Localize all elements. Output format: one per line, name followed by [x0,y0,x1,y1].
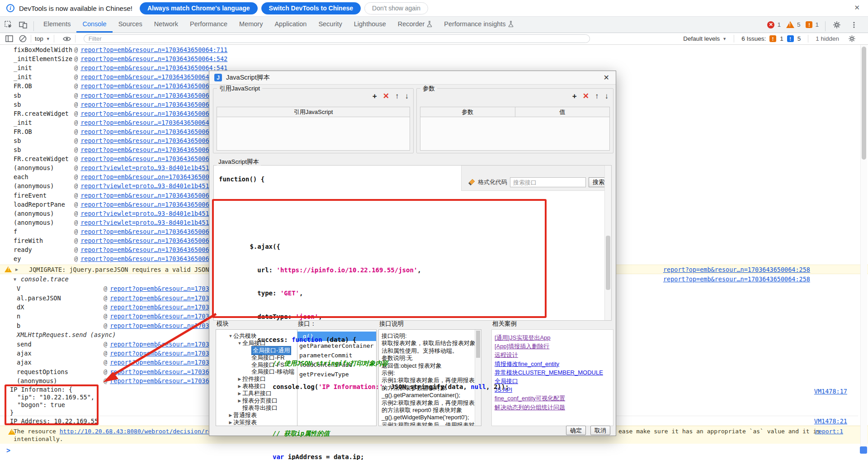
frame-function-name: b [17,322,104,329]
match-language-button[interactable]: Always match Chrome's language [140,2,258,14]
frame-source-link[interactable]: report?viewlet=proto…93-8d401e1b4517:195 [80,182,227,190]
frame-source-link[interactable]: report?op=emb&resour…n=1703643650064:520 [80,155,227,162]
infobar-close-icon[interactable]: ✕ [854,4,860,12]
cancel-button[interactable]: 取消 [590,426,610,435]
value-column-header: 值 [515,107,610,117]
frame-source-link[interactable]: report?viewlet=proto…93-8d401e1b4517:506 [80,219,227,226]
parameters-group: 参数 + ✕ ↑ ↓ 参数 值 [416,88,613,153]
devtools-tab[interactable]: Lighthouse [348,17,392,33]
devtools-tab[interactable]: Security [312,17,348,33]
devtools-tab[interactable]: Sources [113,17,148,33]
frame-source-link[interactable]: report?op=emb&resour…n=1703643650064:862 [80,201,227,208]
console-settings-gear-icon[interactable] [847,34,856,43]
move-down-icon[interactable]: ↓ [405,92,409,100]
dialog-titlebar[interactable]: J JavaScript脚本 ✕ [209,71,616,85]
frame-source-link[interactable]: report?op=emb&resour…n=1703643650064:494 [80,101,227,108]
format-brush-icon[interactable] [468,179,475,186]
jqmigrate-source-link[interactable]: report?op=emb&resour…n=1703643650064:258 [663,266,810,273]
frame-source-link[interactable]: report?op=emb&resour…n=1703643650064:117 [80,237,227,244]
scrollbar-thumb[interactable] [606,236,610,290]
context-selector[interactable]: top▼ [35,35,50,42]
devtools-tab[interactable]: Performance insights [438,17,519,33]
devtools-tab[interactable]: Recorder [392,17,439,33]
devtools-tab[interactable]: Memory [233,17,269,33]
add-icon[interactable]: + [373,92,377,100]
frame-source-link[interactable]: report?op=emb&resour…=1703643650064:1460 [80,119,227,126]
move-down-icon[interactable]: ↓ [605,92,609,100]
frame-source-link[interactable]: report?op=emb&resour…n=1703643650064:494 [80,146,227,153]
issues-error-icon[interactable]: ! [769,35,776,42]
frame-source-link[interactable]: report?op=emb&resour…n=1703643650064:121 [80,255,227,262]
issues-info-icon[interactable]: ! [787,35,794,42]
frame-source-link[interactable]: report?op=emb&resour…=1703643650064:1352 [80,73,227,81]
vm-source-link-1[interactable]: VM1478:17 [814,388,847,395]
device-toolbar-icon[interactable] [18,20,28,30]
scrollbar-thumb[interactable] [862,47,866,160]
warning-count-icon[interactable] [786,21,794,28]
inspect-element-icon[interactable] [4,20,14,30]
vm-source-link-2[interactable]: VM1478:21 [814,417,847,425]
frame-source-link[interactable]: report?op=emb&resour…n=1703643650064:494 [80,137,227,144]
report-source-link[interactable]: report:1 [815,428,843,435]
issues-count-icon[interactable]: ! [806,21,812,28]
delete-icon[interactable]: ✕ [383,92,389,100]
dialog-close-icon[interactable]: ✕ [604,73,609,82]
chevron-down-icon: ▼ [46,37,50,41]
console-prompt-chevron[interactable]: > [6,446,10,455]
reference-js-table-body[interactable] [217,117,410,151]
live-expression-eye-icon[interactable] [62,34,71,43]
experiment-flask-icon [508,21,514,27]
dont-show-again-button[interactable]: Don't show again [364,2,428,14]
issues-info-count: 5 [797,35,801,42]
log-levels-selector[interactable]: Default levels▼ [683,35,726,42]
frame-source-link[interactable]: report?op=emb&resour…on=1703643650064:54 [80,173,227,180]
clear-console-icon[interactable] [18,34,27,43]
console-filter-input[interactable] [84,34,590,43]
console-scrollbar[interactable] [860,45,867,453]
code-line: console.log('IP Information:', JSON.stri… [219,367,520,391]
add-icon[interactable]: + [572,92,577,100]
console-sidebar-icon[interactable] [5,34,14,43]
interface-search-input[interactable] [510,177,586,187]
scroll-corner-indicator[interactable] [860,446,867,454]
frame-source-link[interactable]: report?op=emb&resour…n=1703643650064:520 [80,110,227,117]
frame-source-link[interactable]: report?op=emb&resour…n=1703643650064:538 [80,128,227,135]
resource-warning-tail: ease make sure it has an appropriate `as… [618,428,821,435]
parameters-table-body[interactable] [420,117,610,151]
error-count-icon[interactable]: ✕ [767,21,774,28]
collapse-arrow-icon[interactable]: ▼ [14,277,21,282]
issues-label[interactable]: 6 Issues: [741,35,766,42]
devtools-tab[interactable]: Elements [38,17,76,33]
devtools-tab[interactable]: Console [76,17,112,33]
frame-source-link[interactable]: report?op=emb&resour…n=1703643650064:115 [80,228,227,235]
frame-source-link[interactable]: report?op=emb&resour…n=1703643650064:538 [80,82,227,90]
info-icon: i [6,4,14,12]
frame-function-name: (anonymous) [14,219,74,226]
delete-icon[interactable]: ✕ [583,92,589,100]
frame-function-name: requestOptions [17,368,104,375]
expand-arrow-icon[interactable]: ▶ [15,267,23,272]
move-up-icon[interactable]: ↑ [595,92,599,100]
settings-gear-icon[interactable] [832,20,842,30]
kebab-menu-icon[interactable] [849,20,859,30]
frame-source-link[interactable]: report?op=emb&resour…n=1703643650064:494 [80,92,227,99]
frame-source-link[interactable]: report?op=emb&resour…n=1703643650064:541 [80,64,227,71]
frame-source-link[interactable]: report?op=emb&resour…n=1703643650064:711 [80,46,227,53]
frame-source-link[interactable]: report?op=emb&resour…n=1703643650064:120 [80,246,227,253]
frame-source-link[interactable]: report?viewlet=proto…93-8d401e1b4517:197 [80,164,227,171]
script-code[interactable]: $.ajax({ url: 'https://ipinfo.io/10.22.1… [219,204,520,460]
frame-function-name: _init [14,119,74,126]
devtools-tab[interactable]: Performance [184,17,233,33]
move-up-icon[interactable]: ↑ [395,92,399,100]
editor-scrollbar[interactable] [604,166,611,320]
ok-button[interactable]: 确定 [566,426,586,435]
devtools-tab[interactable]: Network [148,17,184,33]
devtools-tab[interactable]: Application [269,17,312,33]
switch-chinese-button[interactable]: Switch DevTools to Chinese [261,2,361,14]
frame-source-link[interactable]: report?op=emb&resour…n=1703643650064:540 [80,192,227,199]
format-code-label[interactable]: 格式化代码 [478,178,507,186]
trace-source-link[interactable]: report?op=emb&resour…n=1703643650064:258 [663,275,810,283]
frame-source-link[interactable]: report?op=emb&resour…n=1703643650064:542 [80,55,227,62]
issues-count: 1 [815,21,819,28]
frame-source-link[interactable]: report?viewlet=proto…93-8d401e1b4517:505 [80,210,227,217]
